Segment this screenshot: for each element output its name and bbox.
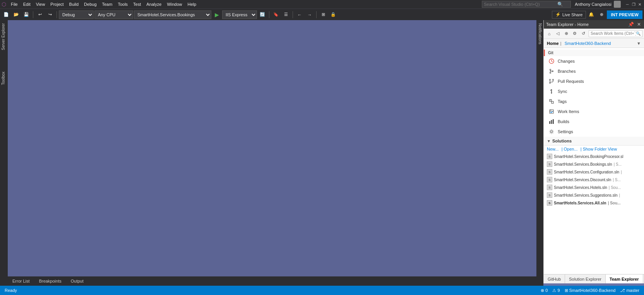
te-solution-explorer-tab[interactable]: Solution Explorer — [565, 274, 606, 283]
menu-window[interactable]: Window — [164, 1, 184, 7]
solution-file-2[interactable]: S SmartHotel.Services.Bookings.sln | S..… — [544, 160, 644, 168]
te-builds-icon — [548, 118, 555, 125]
te-home-btn[interactable]: ⌂ — [545, 30, 553, 38]
undo-btn[interactable]: ↩ — [35, 10, 45, 19]
te-sync-label: Sync — [558, 89, 567, 94]
dbg-tool-btn[interactable]: ⊞ — [319, 10, 328, 19]
menu-build[interactable]: Build — [67, 1, 81, 7]
te-title-text: Team Explorer - Home — [546, 22, 589, 27]
server-explorer-tab[interactable]: Server Explorer — [0, 20, 8, 53]
refresh-btn[interactable]: 🔄 — [258, 10, 267, 19]
te-repo-dropdown[interactable]: ▼ — [637, 41, 641, 46]
te-settings-btn[interactable]: ⚙ — [571, 30, 579, 38]
ext-btn[interactable]: ⊕ — [597, 10, 606, 19]
te-team-explorer-tab[interactable]: Team Explorer — [606, 274, 643, 283]
menu-analyze[interactable]: Analyze — [144, 1, 164, 7]
menu-file[interactable]: File — [9, 1, 20, 7]
minimize-button[interactable]: ─ — [625, 2, 630, 7]
platform-dropdown[interactable]: Any CPU — [94, 10, 133, 19]
te-back-btn[interactable]: ◁ — [554, 30, 562, 38]
tb-sep-1 — [33, 11, 33, 18]
lock-btn[interactable]: 🔒 — [329, 10, 338, 19]
menu-edit[interactable]: Edit — [21, 1, 33, 7]
solution-file-3[interactable]: S SmartHotel.Services.Configuration.sln … — [544, 168, 644, 176]
solution-suffix-5: | Sou... — [609, 185, 621, 190]
show-folder-link[interactable]: Show Folder View — [583, 147, 617, 151]
te-sync-item[interactable]: Sync — [544, 86, 644, 96]
menu-project[interactable]: Project — [48, 1, 66, 7]
te-repo-name[interactable]: SmartHotel360-Backend — [565, 41, 611, 46]
redo-btn[interactable]: ↪ — [45, 10, 55, 19]
te-refresh-btn[interactable]: ↺ — [579, 30, 587, 38]
menu-team[interactable]: Team — [100, 1, 115, 7]
menu-help[interactable]: Help — [185, 1, 199, 7]
te-pin-btn[interactable]: 📌 — [627, 22, 635, 27]
feedback-btn[interactable]: 🔔 — [587, 10, 596, 19]
te-work-items-item[interactable]: Work Items — [544, 106, 644, 117]
status-branch[interactable]: ⎇ master — [618, 288, 641, 293]
clock-svg-icon — [549, 58, 554, 64]
solution-file-1[interactable]: S SmartHotel.Services.BookingProcesor.sl — [544, 153, 644, 160]
solution-file-5[interactable]: S SmartHotel.Services.Hotels.sln | Sou..… — [544, 184, 644, 191]
status-repo[interactable]: ⊞ SmartHotel360-Backend — [563, 288, 617, 293]
te-branches-item[interactable]: Branches — [544, 66, 644, 76]
error-list-tab[interactable]: Error List — [8, 276, 34, 286]
open-solution-link[interactable]: Open... — [564, 147, 578, 151]
te-settings-item[interactable]: Settings — [544, 127, 644, 137]
menu-test[interactable]: Test — [131, 1, 143, 7]
format-btn[interactable]: ☰ — [281, 10, 291, 19]
new-project-btn[interactable]: 📄 — [2, 10, 11, 19]
user-avatar[interactable] — [614, 1, 621, 8]
new-solution-link[interactable]: New... — [547, 147, 559, 151]
int-preview-button[interactable]: INT PREVIEW — [607, 10, 642, 19]
te-tags-icon — [548, 98, 555, 105]
live-share-button[interactable]: ⚡ Live Share — [552, 11, 586, 19]
toolbox-tab[interactable]: Toolbox — [0, 69, 8, 88]
te-search-box[interactable]: 🔍 — [589, 30, 642, 37]
te-changes-item[interactable]: Changes — [544, 56, 644, 66]
output-tab[interactable]: Output — [66, 276, 88, 286]
te-search-input[interactable] — [591, 31, 636, 36]
prev-btn[interactable]: ← — [295, 10, 304, 19]
status-warnings[interactable]: ⚠ 9 — [551, 288, 561, 293]
project-dropdown[interactable]: SmartHotel.Services.Bookings — [134, 10, 211, 19]
te-close-btn[interactable]: ✕ — [636, 22, 642, 27]
open-btn[interactable]: 📂 — [12, 10, 21, 19]
iis-dropdown[interactable]: IIS Express — [222, 10, 257, 19]
user-area: Anthony Cangialosi — [575, 1, 621, 8]
restore-button[interactable]: ❐ — [631, 2, 636, 7]
warning-count: 9 — [557, 288, 560, 293]
vs-search-box[interactable]: 🔍 — [482, 1, 571, 8]
bookmark-btn[interactable]: 🔖 — [271, 10, 281, 19]
next-btn[interactable]: → — [305, 10, 314, 19]
status-right: ⊗ 0 ⚠ 9 ⊞ SmartHotel360-Backend ⎇ master — [539, 288, 641, 293]
solution-file-7[interactable]: S SmartHotels.Services.All.sln | Sou... — [544, 199, 644, 207]
error-count: 0 — [545, 288, 548, 293]
status-errors[interactable]: ⊗ 0 — [539, 288, 549, 293]
menu-debug[interactable]: Debug — [82, 1, 99, 7]
te-branches-icon — [548, 68, 555, 74]
user-name[interactable]: Anthony Cangialosi — [575, 2, 611, 7]
te-builds-item[interactable]: Builds — [544, 117, 644, 127]
vs-search-input[interactable] — [484, 2, 557, 7]
te-changes-label: Changes — [558, 59, 575, 63]
te-pull-requests-item[interactable]: Pull Requests — [544, 76, 644, 86]
te-github-tab[interactable]: GitHub — [544, 274, 565, 283]
debug-config-dropdown[interactable]: Debug — [59, 10, 94, 19]
menu-view[interactable]: View — [34, 1, 48, 7]
run-btn[interactable]: ▶ — [212, 10, 221, 19]
solution-file-4[interactable]: S SmartHotel.Services.Discount.sln | S..… — [544, 176, 644, 184]
solution-file-6[interactable]: S SmartHotel.Services.Suggestions.sln | — [544, 191, 644, 199]
svg-point-7 — [550, 79, 551, 81]
te-connect-btn[interactable]: ⊕ — [562, 30, 570, 38]
work-items-svg-icon — [549, 109, 554, 114]
toolbox-label: Toolbox — [1, 72, 5, 85]
breakpoints-tab[interactable]: Breakpoints — [34, 276, 66, 286]
notifications-tab[interactable]: Notifications — [537, 20, 543, 47]
save-btn[interactable]: 💾 — [22, 10, 31, 19]
te-tags-item[interactable]: Tags — [544, 96, 644, 106]
svg-rect-24 — [551, 120, 552, 124]
menu-tools[interactable]: Tools — [115, 1, 130, 7]
close-button[interactable]: ✕ — [637, 2, 642, 7]
repo-icon: ⊞ — [565, 288, 568, 293]
